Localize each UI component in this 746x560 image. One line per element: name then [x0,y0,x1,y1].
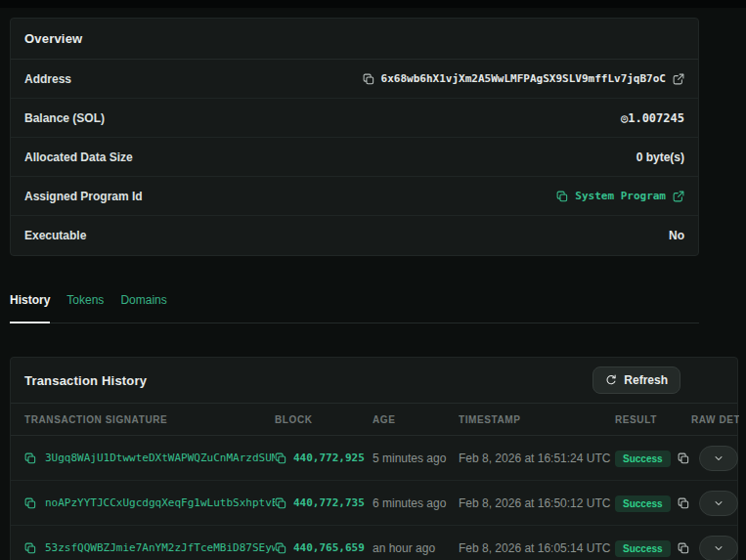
data-size-value: 0 byte(s) [636,151,684,164]
age-value: 5 minutes ago [373,452,459,465]
transaction-row: 3Ugq8WAjU1DtwwteDXtWAPWQZuCnMArzdSUMQYfH… [11,436,737,481]
copy-icon[interactable] [24,542,36,554]
assigned-program-row: Assigned Program Id System Program [11,177,698,216]
address-label: Address [24,72,71,86]
column-timestamp: Timestamp [459,414,615,425]
block-link[interactable]: 440,772,735 [293,496,365,509]
refresh-button[interactable]: Refresh [592,366,680,394]
status-badge: Success [615,451,671,467]
copy-icon[interactable] [678,542,689,554]
overview-header: Overview [11,19,698,60]
block-link[interactable]: 440,765,659 [293,541,365,554]
transaction-signature-link[interactable]: 53zsfQQWBZJmie7AnYM2zJfTceMBiD87SEywyBis… [45,541,275,554]
system-program-link[interactable]: System Program [575,190,666,202]
column-transaction-signature: Transaction Signature [11,414,275,425]
tab-tokens[interactable]: Tokens [66,293,104,323]
status-badge: Success [615,540,671,557]
data-size-label: Allocated Data Size [24,151,133,164]
transaction-signature-link[interactable]: 3Ugq8WAjU1DtwwteDXtWAPWQZuCnMArzdSUMQYfH… [45,452,275,464]
transaction-signature-link[interactable]: noAPzYYTJCCxUgcdgqXeqFg1wLutbSxhptvEansb… [45,496,275,509]
executable-row: Executable No [11,216,698,255]
balance-row: Balance (SOL) ◎1.007245 [11,99,698,138]
assigned-program-label: Assigned Program Id [24,190,143,203]
refresh-label: Refresh [624,373,668,387]
copy-icon[interactable] [275,497,286,509]
age-value: 6 minutes ago [373,496,459,510]
block-link[interactable]: 440,772,925 [293,452,365,464]
expand-row-button[interactable] [699,491,738,516]
transaction-history-card: Transaction History Refresh Transaction … [10,357,738,560]
copy-icon[interactable] [556,191,568,202]
copy-icon[interactable] [363,73,374,85]
balance-label: Balance (SOL) [24,111,105,125]
address-value: 6x68wb6hX1vjXm2A5WwLMFPAgSX9SLV9mffLv7jq… [381,72,666,85]
balance-value: ◎1.007245 [621,111,684,125]
address-row: Address 6x68wb6hX1vjXm2A5WwLMFPAgSX9SLV9… [11,60,698,99]
timestamp-value: Feb 8, 2026 at 16:50:12 UTC [459,496,615,510]
tab-history[interactable]: History [10,293,50,323]
copy-icon[interactable] [275,452,286,464]
external-link-icon[interactable] [673,191,684,202]
refresh-icon [605,374,617,386]
column-raw-details: Raw Details [672,414,739,425]
account-tabs: History Tokens Domains [10,293,699,323]
copy-icon[interactable] [275,542,286,554]
executable-value: No [669,229,684,242]
data-size-row: Allocated Data Size 0 byte(s) [11,138,698,177]
chevron-down-icon [713,497,724,509]
timestamp-value: Feb 8, 2026 at 16:05:14 UTC [459,541,615,555]
column-result: Result [615,414,672,425]
table-header-row: Transaction Signature Block Age Timestam… [11,403,737,436]
column-block: Block [275,414,373,425]
expand-row-button[interactable] [699,446,738,471]
top-bar [0,0,746,8]
overview-title: Overview [24,31,82,46]
overview-card: Overview Address 6x68wb6hX1vjXm2A5WwLMFP… [10,18,699,256]
external-link-icon[interactable] [673,73,684,85]
chevron-down-icon [713,542,724,554]
expand-row-button[interactable] [699,536,738,560]
copy-icon[interactable] [24,497,36,509]
status-badge: Success [615,495,671,512]
transaction-history-header: Transaction History Refresh [11,358,737,403]
transaction-row: 53zsfQQWBZJmie7AnYM2zJfTceMBiD87SEywyBis… [11,526,737,560]
executable-label: Executable [24,229,86,242]
tab-domains[interactable]: Domains [120,293,166,323]
timestamp-value: Feb 8, 2026 at 16:51:24 UTC [459,452,615,465]
copy-icon[interactable] [24,452,36,464]
copy-icon[interactable] [678,497,689,509]
transaction-row: noAPzYYTJCCxUgcdgqXeqFg1wLutbSxhptvEansb… [11,481,737,526]
copy-icon[interactable] [678,452,689,464]
transaction-history-title: Transaction History [24,373,147,388]
chevron-down-icon [713,452,724,464]
column-age: Age [373,414,459,425]
age-value: an hour ago [373,541,459,555]
